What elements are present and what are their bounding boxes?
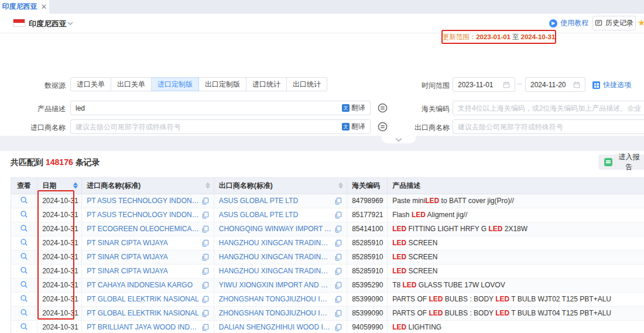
table-row[interactable]: 2024-10-31 PT GLOBAL ELEKTRIK NASIONAL Z… [11, 306, 644, 320]
importer-link[interactable]: PT GLOBAL ELEKTRIK NASIONAL [87, 309, 198, 317]
tab-indonesia[interactable]: 印度尼西亚 ✕ [0, 0, 49, 13]
magnifier-icon[interactable] [20, 252, 28, 260]
magnifier-icon[interactable] [20, 322, 28, 331]
product-desc-input[interactable]: 文 翻译 [70, 101, 371, 115]
copy-icon[interactable] [201, 253, 209, 261]
column-header[interactable]: 进口商名称(标准) [82, 178, 214, 194]
copy-icon[interactable] [201, 211, 209, 219]
exporter-link[interactable]: CHONGQING WINWAY IMPORT AND E... [219, 225, 332, 233]
collapse-filter-tab[interactable] [382, 136, 416, 143]
date-start-input[interactable] [453, 77, 515, 92]
copy-icon[interactable] [334, 310, 342, 317]
table-row[interactable]: 2024-10-31 PT ASUS TECHNOLOGY INDONESIA … [11, 208, 644, 222]
exporter-link[interactable]: HANGZHOU XINGCAN TRADING CO LTD [219, 239, 332, 247]
magnifier-icon[interactable] [20, 308, 28, 317]
copy-icon[interactable] [334, 324, 342, 331]
datasource-tab[interactable]: 进口关单 [70, 77, 111, 91]
datasource-tab[interactable]: 出口定制版 [199, 77, 246, 91]
exporter-link[interactable]: ASUS GLOBAL PTE LTD [219, 197, 332, 205]
magnifier-icon[interactable] [20, 266, 28, 274]
exporter-link[interactable]: ZHONGSHAN TONGJIUZHOU INTERNA... [219, 309, 332, 317]
importer-link[interactable]: PT ASUS TECHNOLOGY INDONESIA BA... [87, 211, 198, 219]
product-desc-field[interactable] [76, 104, 342, 112]
sort-icon[interactable] [338, 183, 343, 189]
copy-icon[interactable] [334, 281, 342, 289]
enter-report-button[interactable]: 进入报告 [598, 155, 644, 170]
match-mode-icon[interactable] [378, 122, 388, 132]
translate-button[interactable]: 文 翻译 [342, 122, 365, 132]
table-row[interactable]: 2024-10-31 PT GLOBAL ELEKTRIK NASIONAL Z… [11, 292, 644, 306]
importer-link[interactable]: PT ASUS TECHNOLOGY INDONESIA BA... [87, 197, 198, 205]
hs-code-field[interactable] [458, 104, 640, 112]
copy-icon[interactable] [334, 239, 342, 247]
table-row[interactable]: 2024-10-31 PT BRILLIANT JAYA WOOD INDUST… [11, 320, 644, 333]
copy-icon[interactable] [334, 296, 342, 303]
importer-link[interactable]: PT SINAR CIPTA WIJAYA [87, 253, 198, 261]
copy-icon[interactable] [201, 310, 209, 317]
date-end-input[interactable] [525, 77, 585, 92]
magnifier-icon[interactable] [20, 294, 28, 303]
history-button[interactable]: 历史记录 [592, 16, 636, 30]
close-icon[interactable]: ✕ [41, 3, 47, 11]
sort-icon[interactable] [73, 183, 78, 189]
copy-icon[interactable] [334, 225, 342, 233]
datasource-tab[interactable]: 出口关单 [111, 77, 152, 91]
copy-icon[interactable] [201, 239, 209, 247]
datasource-tab[interactable]: 出口统计 [287, 77, 327, 91]
importer-link[interactable]: PT ECOGREEN OLEOCHEMICALS [87, 225, 198, 233]
copy-icon[interactable] [334, 197, 342, 205]
date-end-field[interactable] [530, 81, 573, 89]
tutorial-link[interactable]: ▶ 使用教程 [549, 18, 588, 28]
exporter-field[interactable] [458, 123, 640, 131]
importer-field[interactable] [76, 123, 342, 131]
magnifier-icon[interactable] [20, 210, 28, 218]
datasource-tab[interactable]: 进口定制版 [152, 77, 199, 91]
exporter-input[interactable] [453, 119, 644, 134]
table-row[interactable]: 2024-10-31 PT SINAR CIPTA WIJAYA HANGZHO… [11, 264, 644, 278]
exporter-link[interactable]: HANGZHOU XINGCAN TRADING CO LTD [219, 267, 332, 275]
quick-options-link[interactable]: 快捷选项 [592, 80, 631, 90]
table-row[interactable]: 2024-10-31 PT SINAR CIPTA WIJAYA HANGZHO… [11, 250, 644, 264]
copy-icon[interactable] [201, 296, 209, 303]
chevron-down-icon[interactable] [67, 20, 73, 26]
match-mode-icon[interactable] [378, 103, 388, 113]
column-header[interactable]: 出口商名称(标准) [214, 178, 347, 194]
importer-link[interactable]: PT BRILLIANT JAYA WOOD INDUSTRY [87, 323, 198, 331]
star-icon[interactable]: ★ [638, 18, 644, 28]
magnifier-icon[interactable] [20, 196, 28, 204]
copy-icon[interactable] [334, 253, 342, 261]
table-row[interactable]: 2024-10-31 PT CAHAYA INDONESIA KARGO YIW… [11, 278, 644, 292]
table-row[interactable]: 2024-10-31 PT ASUS TECHNOLOGY INDONESIA … [11, 194, 644, 208]
hs-code-input[interactable] [453, 101, 644, 115]
sort-icon[interactable] [205, 183, 210, 189]
copy-icon[interactable] [201, 197, 209, 205]
exporter-link[interactable]: ZHONGSHAN TONGJIUZHOU INTERNA... [219, 295, 332, 303]
magnifier-icon[interactable] [20, 280, 28, 289]
highlighted-term: LED [425, 197, 439, 205]
importer-link[interactable]: PT SINAR CIPTA WIJAYA [87, 239, 198, 247]
copy-icon[interactable] [334, 267, 342, 275]
importer-input[interactable]: 文 翻译 [70, 119, 371, 134]
exporter-link[interactable]: HANGZHOU XINGCAN TRADING CO LTD [219, 253, 332, 261]
datasource-tab[interactable]: 进口统计 [246, 77, 287, 91]
copy-icon[interactable] [201, 324, 209, 331]
date-range-label: 时间范围 [397, 81, 450, 91]
date-start-field[interactable] [458, 81, 503, 89]
column-header[interactable]: 日期 [37, 178, 82, 194]
copy-icon[interactable] [334, 211, 342, 219]
exporter-link[interactable]: YIWU XIONGXIN IMPORT AND EXPORT... [219, 281, 332, 289]
table-row[interactable]: 2024-10-31 PT ECOGREEN OLEOCHEMICALS CHO… [11, 222, 644, 236]
importer-link[interactable]: PT CAHAYA INDONESIA KARGO [87, 281, 198, 289]
results-summary: 共匹配到148176条记录 [11, 157, 100, 168]
magnifier-icon[interactable] [20, 238, 28, 246]
importer-link[interactable]: PT GLOBAL ELEKTRIK NASIONAL [87, 295, 198, 303]
magnifier-icon[interactable] [20, 224, 28, 232]
copy-icon[interactable] [201, 225, 209, 233]
exporter-link[interactable]: ASUS GLOBAL PTE LTD [219, 211, 332, 219]
exporter-link[interactable]: DALIAN SHENGZHIHUI WOOD INDUST... [219, 323, 332, 331]
importer-link[interactable]: PT SINAR CIPTA WIJAYA [87, 267, 198, 275]
copy-icon[interactable] [201, 281, 209, 289]
table-row[interactable]: 2024-10-31 PT SINAR CIPTA WIJAYA HANGZHO… [11, 236, 644, 250]
copy-icon[interactable] [201, 267, 209, 275]
translate-button[interactable]: 文 翻译 [342, 103, 365, 113]
